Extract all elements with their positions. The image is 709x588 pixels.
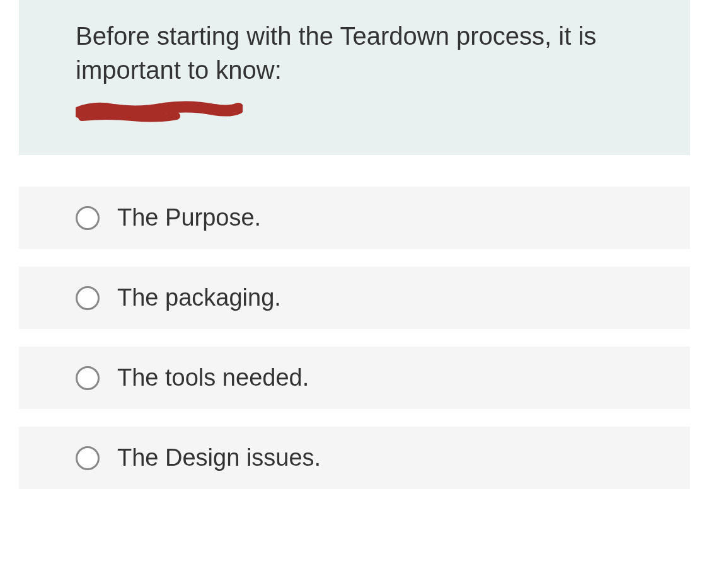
options-list: The Purpose. The packaging. The tools ne… [19,187,690,489]
option-row-3[interactable]: The Design issues. [19,427,690,489]
question-panel: Before starting with the Teardown proces… [19,0,690,155]
question-text: Before starting with the Teardown proces… [76,19,671,87]
option-label: The packaging. [117,284,281,311]
option-row-1[interactable]: The packaging. [19,267,690,329]
radio-icon [76,446,100,470]
redaction-mark [76,98,243,124]
option-label: The Purpose. [117,204,261,231]
option-label: The Design issues. [117,444,321,471]
radio-icon [76,206,100,230]
option-row-2[interactable]: The tools needed. [19,347,690,409]
option-label: The tools needed. [117,364,309,391]
radio-icon [76,366,100,390]
option-row-0[interactable]: The Purpose. [19,187,690,249]
radio-icon [76,286,100,310]
